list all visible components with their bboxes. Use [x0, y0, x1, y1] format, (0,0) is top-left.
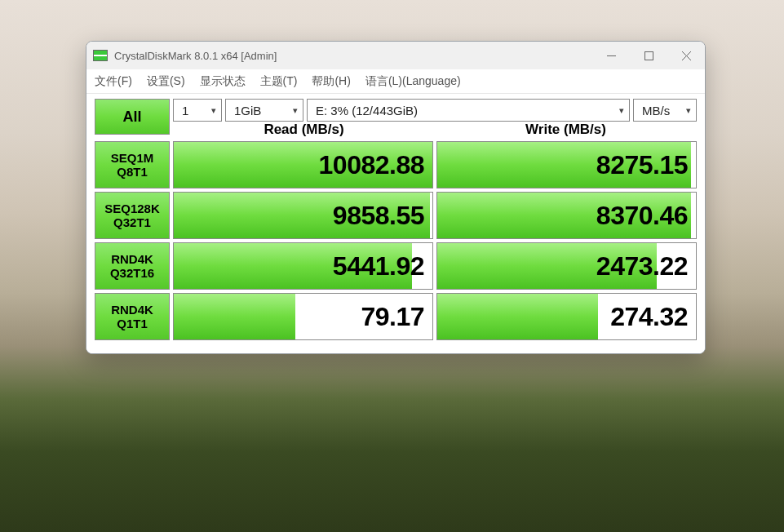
app-window: CrystalDiskMark 8.0.1 x64 [Admin] 文件(F) … — [86, 41, 706, 354]
test-label-line1: RND4K — [111, 252, 153, 266]
write-result-cell: 8370.46 — [436, 192, 697, 239]
read-value: 5441.92 — [333, 243, 424, 289]
test-size-value: 1GiB — [234, 104, 261, 117]
minimize-button[interactable] — [592, 42, 630, 69]
test-row: RND4KQ1T179.17274.32 — [95, 293, 697, 340]
result-fill-bar — [174, 294, 295, 339]
test-label-line2: Q32T16 — [110, 266, 154, 280]
unit-select[interactable]: MB/s ▾ — [633, 99, 697, 122]
read-result-cell: 10082.88 — [173, 141, 433, 188]
window-controls — [592, 42, 705, 69]
all-button-label: All — [122, 109, 141, 126]
read-result-cell: 79.17 — [173, 293, 433, 340]
close-button[interactable] — [667, 42, 705, 69]
maximize-button[interactable] — [630, 42, 667, 69]
test-button-seq128k-q32t1[interactable]: SEQ128KQ32T1 — [95, 192, 170, 239]
test-label-line2: Q8T1 — [117, 165, 148, 179]
close-icon — [682, 51, 691, 60]
maximize-icon — [644, 51, 653, 60]
test-size-select[interactable]: 1GiB ▾ — [225, 99, 303, 122]
test-label-line1: SEQ128K — [104, 202, 160, 215]
test-row: SEQ128KQ32T19858.558370.46 — [95, 192, 697, 239]
content-area: All 1 ▾ 1GiB ▾ E: 3% (12/443GiB) — [86, 94, 705, 353]
header-write: Write (MB/s) — [435, 122, 697, 138]
titlebar[interactable]: CrystalDiskMark 8.0.1 x64 [Admin] — [86, 42, 705, 69]
read-result-cell: 5441.92 — [173, 242, 433, 290]
chevron-down-icon: ▾ — [211, 105, 216, 116]
all-button[interactable]: All — [95, 99, 170, 135]
write-result-cell: 274.32 — [436, 293, 697, 340]
read-value: 79.17 — [361, 294, 424, 339]
desktop-wallpaper: CrystalDiskMark 8.0.1 x64 [Admin] 文件(F) … — [0, 0, 784, 532]
header-read: Read (MB/s) — [173, 122, 435, 138]
test-label-line1: SEQ1M — [111, 151, 154, 165]
app-icon — [93, 50, 108, 61]
test-count-value: 1 — [182, 104, 188, 117]
test-button-rnd4k-q1t1[interactable]: RND4KQ1T1 — [95, 293, 170, 340]
menu-help[interactable]: 帮助(H) — [312, 74, 350, 89]
test-button-rnd4k-q32t16[interactable]: RND4KQ32T16 — [95, 242, 170, 290]
test-count-select[interactable]: 1 ▾ — [173, 99, 222, 122]
menu-status[interactable]: 显示状态 — [200, 74, 246, 89]
write-value: 2473.22 — [596, 243, 688, 289]
test-button-seq1m-q8t1[interactable]: SEQ1MQ8T1 — [95, 141, 170, 188]
unit-value: MB/s — [642, 104, 670, 117]
menu-settings[interactable]: 设置(S) — [147, 74, 185, 89]
write-result-cell: 2473.22 — [436, 242, 697, 290]
test-label-line2: Q32T1 — [113, 215, 151, 229]
test-label-line2: Q1T1 — [117, 317, 148, 330]
menubar: 文件(F) 设置(S) 显示状态 主题(T) 帮助(H) 语言(L)(Langu… — [86, 69, 705, 94]
write-value: 8275.15 — [596, 142, 688, 188]
read-result-cell: 9858.55 — [173, 192, 433, 239]
write-result-cell: 8275.15 — [436, 141, 697, 188]
read-value: 9858.55 — [333, 193, 424, 238]
menu-file[interactable]: 文件(F) — [95, 74, 132, 89]
menu-language[interactable]: 语言(L)(Language) — [365, 74, 461, 89]
write-value: 8370.46 — [596, 193, 688, 238]
window-title: CrystalDiskMark 8.0.1 x64 [Admin] — [114, 50, 592, 62]
write-value: 274.32 — [610, 294, 688, 339]
drive-select[interactable]: E: 3% (12/443GiB) ▾ — [307, 99, 630, 122]
chevron-down-icon: ▾ — [686, 105, 691, 116]
chevron-down-icon: ▾ — [619, 105, 624, 116]
test-label-line1: RND4K — [111, 303, 153, 317]
chevron-down-icon: ▾ — [293, 105, 298, 116]
result-fill-bar — [437, 294, 598, 339]
drive-value: E: 3% (12/443GiB) — [316, 104, 418, 117]
minimize-icon — [607, 51, 616, 60]
menu-theme[interactable]: 主题(T) — [260, 74, 298, 89]
test-row: RND4KQ32T165441.922473.22 — [95, 242, 697, 290]
svg-rect-1 — [644, 51, 653, 60]
controls-row: All 1 ▾ 1GiB ▾ E: 3% (12/443GiB) — [95, 99, 697, 138]
test-row: SEQ1MQ8T110082.888275.15 — [95, 141, 697, 188]
read-value: 10082.88 — [319, 142, 424, 188]
